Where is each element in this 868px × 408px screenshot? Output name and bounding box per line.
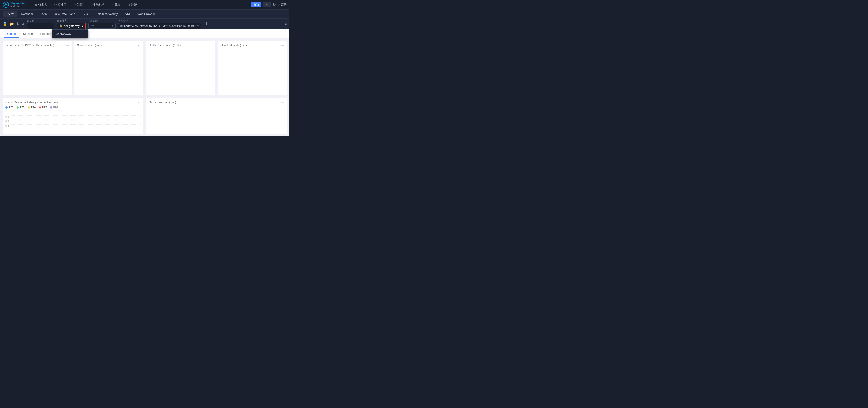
- legend-p75: P75: [17, 106, 24, 109]
- refresh-label: 刷新: [281, 3, 287, 7]
- download-icon[interactable]: ⬇: [16, 22, 19, 26]
- dropdown-item-api-gateway[interactable]: api-gateway: [52, 30, 88, 37]
- current-endpoint-dropdown[interactable]: </> ▼: [88, 23, 116, 29]
- nav-topology[interactable]: ⬡ 拓扑图: [52, 1, 69, 8]
- service-group-text-input[interactable]: [29, 24, 52, 28]
- tab-istio[interactable]: Istio: [38, 10, 51, 18]
- tab-web-browser-label: Web Browser: [137, 12, 155, 16]
- folder-icon[interactable]: 📁: [9, 22, 14, 26]
- trace-icon: ↗: [74, 3, 76, 6]
- legend-p90-label: P90: [31, 106, 36, 109]
- nav-trace[interactable]: ↗ 追踪: [71, 1, 86, 8]
- service-type-tabs: APM Database Istio Istio Data Plane K8s …: [0, 9, 289, 19]
- heatmap-widget-more[interactable]: ···: [281, 100, 284, 104]
- widget-un-health-more[interactable]: ···: [210, 43, 212, 47]
- instance-server-icon: ▣: [120, 24, 123, 27]
- apm-indicator: [6, 13, 7, 14]
- tab-istio-data-plane[interactable]: Istio Data Plane: [51, 10, 79, 18]
- tab-self-observability[interactable]: SelfObservability: [92, 10, 121, 18]
- legend-p50: P50: [5, 106, 13, 109]
- nav-dashboard-label: 仪表盘: [38, 3, 47, 7]
- chart-gridline-04: [12, 124, 141, 125]
- legend-p95-label: P95: [42, 106, 47, 109]
- current-instance-selector: 当前实例 ▣ bcddf66e687940d39715e1e85ff41b5e@…: [118, 19, 201, 29]
- control-bar: 🔒 📁 ⬇ ↺ 服务组 当前服务 🔒 api-gateway ▲ 当前端点 </…: [0, 19, 289, 29]
- tab-global[interactable]: Global: [4, 30, 20, 38]
- svg-point-1: [5, 3, 6, 4]
- current-instance-value: bcddf66e687940d39715e1e85ff41b5e@192.168…: [124, 24, 195, 28]
- latency-legend: P50 P75 P90 P95 P99: [5, 106, 141, 109]
- latency-widget-header: Global Response Latency ( percentile in …: [5, 100, 141, 104]
- chart-y-08: 0.8: [5, 115, 9, 118]
- nav-trace-label: 追踪: [77, 3, 83, 7]
- widget-slow-services: Slow Services ( ms ) ···: [74, 41, 143, 95]
- nav-dashboard[interactable]: ▦ 仪表盘: [32, 1, 50, 8]
- main-widgets: Services Load ( CPM - calls per minute )…: [0, 38, 289, 98]
- logo: Skywalking Rocketbot: [3, 2, 26, 8]
- tab-k8s[interactable]: K8s: [79, 10, 91, 18]
- tab-apm[interactable]: APM: [3, 11, 17, 17]
- service-group-label: 服务组: [27, 19, 54, 23]
- current-instance-label: 当前实例: [118, 19, 201, 23]
- heatmap-widget-header: Global Heatmap ( ms ) ···: [149, 100, 284, 104]
- widget-services-load-more[interactable]: ···: [66, 43, 69, 47]
- seconds-unit: 秒: [273, 3, 276, 6]
- widget-services-load-header: Services Load ( CPM - calls per minute )…: [5, 43, 69, 47]
- latency-widget-title: Global Response Latency ( percentile in …: [5, 101, 59, 104]
- nav-profiling[interactable]: ⌇ 性能剖析: [88, 1, 107, 8]
- widget-slow-endpoints-header: Slow Endpoints ( ms ) ···: [220, 43, 284, 47]
- latency-chart: 1 0.8 0.6 0.4: [5, 111, 141, 129]
- current-service-dropdown[interactable]: 🔒 api-gateway ▲: [57, 23, 86, 29]
- svg-point-0: [3, 2, 9, 7]
- info-icon[interactable]: ℹ: [206, 22, 207, 26]
- profiling-icon: ⌇: [90, 3, 92, 6]
- instance-chevron-down-icon: ▼: [197, 25, 199, 27]
- tab-database[interactable]: Database: [18, 10, 37, 18]
- tab-k8s-label: K8s: [83, 12, 88, 16]
- tab-istio-data-plane-label: Istio Data Plane: [55, 12, 75, 16]
- legend-p90: P90: [28, 106, 36, 109]
- seconds-input[interactable]: [263, 2, 271, 7]
- current-instance-dropdown[interactable]: ▣ bcddf66e687940d39715e1e85ff41b5e@192.1…: [118, 23, 201, 29]
- nav-alarm[interactable]: ◎ 告警: [125, 1, 140, 8]
- widget-slow-endpoints-more[interactable]: ···: [281, 43, 284, 47]
- widget-slow-endpoints: Slow Endpoints ( ms ) ···: [218, 41, 287, 95]
- auto-button[interactable]: 自动: [251, 2, 261, 7]
- service-dropdown-menu: api-gateway: [52, 29, 88, 38]
- widget-un-health-header: Un-Health Services (Apdex) ···: [149, 43, 212, 47]
- refresh-small-icon[interactable]: ↺: [22, 22, 24, 26]
- tab-web-browser[interactable]: Web Browser: [134, 10, 159, 18]
- current-service-label: 当前服务: [57, 19, 86, 22]
- tab-service-label: Service: [23, 32, 33, 35]
- tab-service[interactable]: Service: [20, 30, 36, 38]
- nav-profiling-label: 性能剖析: [93, 3, 104, 7]
- widget-un-health-title: Un-Health Services (Apdex): [149, 44, 182, 47]
- widget-slow-services-more[interactable]: ···: [138, 43, 141, 47]
- endpoint-chevron-down-icon: ▼: [111, 25, 114, 27]
- tab-apm-label: APM: [8, 12, 14, 16]
- refresh-icon: ↺: [277, 3, 280, 6]
- logo-subtitle: Rocketbot: [10, 5, 26, 7]
- tab-global-label: Global: [7, 32, 16, 35]
- service-chevron-up-icon: ▲: [81, 25, 84, 27]
- tab-vm[interactable]: VM: [122, 10, 133, 18]
- page-tabs: Global Service Instance Endpoint: [0, 29, 289, 38]
- nav-log[interactable]: ≡ 日志: [109, 1, 123, 8]
- widget-slow-services-title: Slow Services ( ms ): [77, 44, 102, 47]
- top-navigation: Skywalking Rocketbot ▦ 仪表盘 ⬡ 拓扑图 ↗ 追踪 ⌇ …: [0, 0, 289, 9]
- tab-database-label: Database: [21, 12, 34, 16]
- legend-p75-label: P75: [20, 106, 24, 109]
- service-lock-icon: 🔒: [59, 24, 63, 27]
- heatmap-widget-title: Global Heatmap ( ms ): [149, 101, 176, 104]
- dashboard-icon: ▦: [35, 3, 37, 6]
- lock-icon[interactable]: 🔒: [3, 22, 7, 26]
- refresh-button[interactable]: ↺ 刷新: [277, 3, 287, 7]
- list-view-icon[interactable]: ≡: [285, 22, 287, 26]
- chart-gridline-08: [12, 115, 141, 116]
- chart-gridline-1: [12, 111, 141, 111]
- widget-services-load: Services Load ( CPM - calls per minute )…: [3, 41, 72, 95]
- service-group-input[interactable]: [27, 23, 54, 29]
- chart-y-1: 1: [5, 111, 7, 114]
- logo-text: Skywalking Rocketbot: [10, 2, 26, 7]
- latency-widget-more[interactable]: ···: [138, 100, 141, 104]
